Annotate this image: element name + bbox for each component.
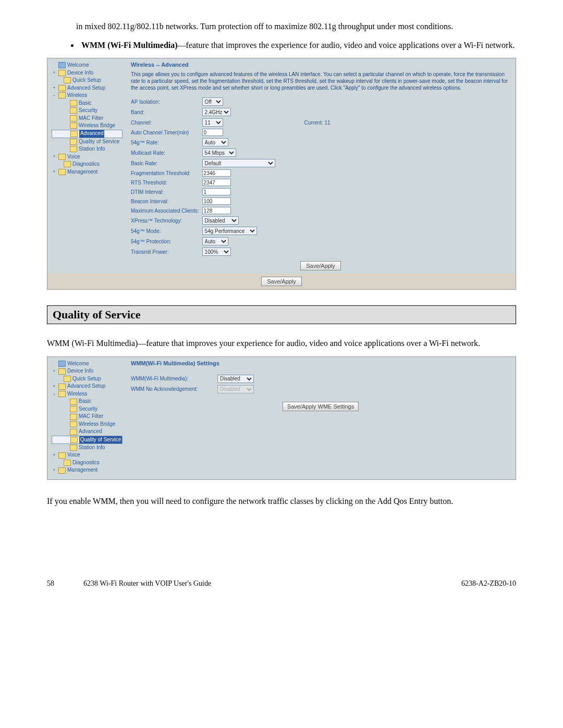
nav-item-security[interactable]: Security: [52, 405, 123, 413]
nav-item-advanced-setup[interactable]: +Advanced Setup: [52, 84, 123, 92]
field-select[interactable]: Disabled: [202, 216, 239, 225]
nav-item-label: Security: [79, 107, 97, 115]
nav-item-voice[interactable]: +Voice: [52, 451, 123, 459]
intro-continuation: in mixed 802.11g/802.11b networks. Turn …: [76, 21, 516, 32]
folder-icon: [70, 414, 77, 420]
nav-item-security[interactable]: Security: [52, 107, 123, 115]
folder-icon: [70, 429, 77, 435]
expand-icon[interactable]: +: [52, 383, 57, 390]
save-apply-button-footer[interactable]: Save/Apply: [261, 277, 302, 286]
nav-item-station-info[interactable]: Station Info: [52, 145, 123, 153]
nav-item-label: Management: [67, 168, 97, 176]
nav-item-welcome[interactable]: Welcome: [52, 61, 123, 69]
nav-item-wireless[interactable]: −Wireless: [52, 92, 123, 100]
expand-icon[interactable]: +: [52, 168, 57, 175]
save-apply-wme-button[interactable]: Save/Apply WME Settings: [283, 402, 359, 411]
nav-item-wireless[interactable]: −Wireless: [52, 390, 123, 398]
nav-item-management[interactable]: +Management: [52, 466, 123, 474]
nav-item-management[interactable]: +Management: [52, 168, 123, 176]
nav-item-wireless-bridge[interactable]: Wireless Bridge: [52, 421, 123, 428]
nav-item-label: Wireless Bridge: [79, 421, 115, 428]
nav-item-basic[interactable]: Basic: [52, 398, 123, 405]
nav-item-device-info[interactable]: +Device Info: [52, 367, 123, 375]
nav-item-advanced[interactable]: Advanced: [52, 130, 123, 138]
nav-item-label: Wireless Bridge: [79, 122, 115, 130]
expand-icon[interactable]: −: [52, 391, 57, 398]
field-select[interactable]: 2.4GHz: [202, 108, 231, 116]
nav-item-label: Advanced: [79, 428, 102, 436]
nav-item-label: Wireless: [67, 390, 87, 398]
section-heading-qos: Quality of Service: [47, 305, 516, 324]
expand-icon[interactable]: +: [52, 452, 57, 459]
nav-item-label: Quick Setup: [72, 375, 101, 383]
save-apply-button[interactable]: Save/Apply: [300, 261, 341, 270]
folder-icon: [64, 460, 71, 466]
nav-item-label: MAC Filter: [79, 115, 103, 122]
nav-item-label: Advanced: [79, 130, 104, 138]
nav-tree: Welcome+Device InfoQuick Setup+Advanced …: [47, 357, 126, 479]
expand-icon[interactable]: +: [52, 467, 57, 474]
field-input[interactable]: [202, 188, 231, 195]
nav-item-label: Voice: [67, 451, 80, 459]
nav-item-quality-of-service[interactable]: Quality of Service: [52, 138, 123, 146]
field-label: WMM No Acknowledgement:: [131, 384, 217, 394]
field-input[interactable]: [202, 198, 231, 205]
nav-item-wireless-bridge[interactable]: Wireless Bridge: [52, 122, 123, 130]
field-input[interactable]: [202, 169, 231, 177]
nav-item-label: Wireless: [67, 92, 87, 100]
nav-item-voice[interactable]: +Voice: [52, 153, 123, 161]
expand-icon[interactable]: +: [52, 153, 57, 160]
field-input[interactable]: [202, 129, 223, 136]
page-footer: 58 6238 Wi-Fi Router with VOIP User's Gu…: [47, 579, 516, 588]
field-label: Multicast Rate:: [131, 147, 202, 158]
field-select[interactable]: Auto: [202, 237, 228, 245]
nav-item-device-info[interactable]: +Device Info: [52, 69, 123, 77]
nav-item-advanced[interactable]: Advanced: [52, 428, 123, 436]
field-input[interactable]: [202, 179, 231, 186]
nav-item-mac-filter[interactable]: MAC Filter: [52, 413, 123, 421]
field-label: Beacon Interval:: [131, 196, 202, 206]
folder-icon: [70, 437, 78, 443]
footer-page-number: 58: [47, 579, 63, 588]
expand-icon[interactable]: −: [52, 92, 57, 99]
field-select[interactable]: Disabled: [217, 375, 254, 383]
nav-item-quick-setup[interactable]: Quick Setup: [52, 375, 123, 383]
field-select[interactable]: 100%: [202, 248, 231, 256]
field-select[interactable]: 54g Performance: [202, 227, 257, 235]
nav-item-diagnostics[interactable]: Diagnostics: [52, 459, 123, 467]
nav-item-diagnostics[interactable]: Diagnostics: [52, 161, 123, 168]
expand-icon[interactable]: +: [52, 368, 57, 375]
field-select[interactable]: 54 Mbps: [202, 149, 236, 157]
field-label: 54g™ Mode:: [131, 226, 202, 236]
nav-item-quick-setup[interactable]: Quick Setup: [52, 77, 123, 84]
folder-icon: [58, 154, 66, 160]
field-label: Fragmentation Threshold:: [131, 168, 202, 178]
nav-item-basic[interactable]: Basic: [52, 100, 123, 107]
intro-bullet-rest: —feature that improves the experience fo…: [178, 41, 515, 50]
field-label: Channel:: [131, 117, 202, 128]
field-label: Band:: [131, 107, 202, 117]
nav-item-advanced-setup[interactable]: +Advanced Setup: [52, 382, 123, 390]
folder-icon: [70, 445, 77, 451]
field-select[interactable]: Default: [202, 159, 275, 167]
nav-item-label: Quick Setup: [72, 77, 101, 84]
nav-item-mac-filter[interactable]: MAC Filter: [52, 115, 123, 122]
expand-icon[interactable]: +: [52, 69, 57, 76]
nav-item-label: Advanced Setup: [67, 84, 105, 92]
nav-item-station-info[interactable]: Station Info: [52, 444, 123, 452]
nav-item-label: Security: [79, 405, 97, 413]
field-label: RTS Threshold:: [131, 178, 202, 187]
field-input[interactable]: [202, 207, 231, 214]
field-select[interactable]: Auto: [202, 138, 228, 146]
field-select[interactable]: 11: [202, 118, 223, 127]
expand-icon[interactable]: +: [52, 84, 57, 91]
field-select[interactable]: Off: [202, 97, 223, 106]
nav-item-welcome[interactable]: Welcome: [52, 360, 123, 368]
field-label: Auto Channel Timer(min): [131, 128, 202, 137]
nav-item-label: Welcome: [67, 61, 89, 69]
nav-item-label: Voice: [67, 153, 80, 161]
folder-icon: [70, 115, 77, 121]
folder-icon: [58, 391, 66, 397]
nav-item-quality-of-service[interactable]: Quality of Service: [52, 436, 123, 444]
folder-icon: [58, 70, 66, 76]
